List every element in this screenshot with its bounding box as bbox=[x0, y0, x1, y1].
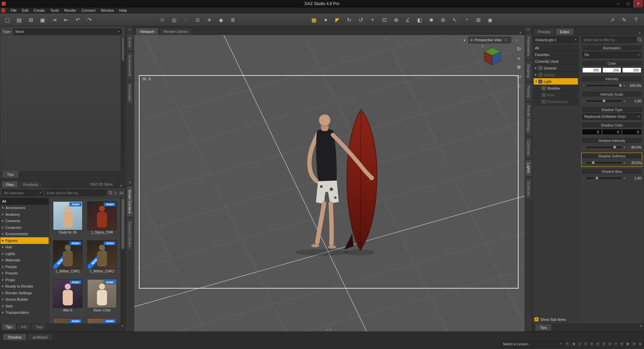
expand-arrow-icon[interactable] bbox=[2, 239, 5, 242]
create-node-icon[interactable]: ◎ bbox=[169, 15, 179, 24]
viewport-resize-hint[interactable]: ▴▾ bbox=[327, 328, 332, 331]
side-tab[interactable]: Lights bbox=[525, 160, 532, 177]
expand-arrow-icon[interactable] bbox=[2, 272, 5, 275]
light-group-row[interactable]: ▶ G Display bbox=[533, 71, 578, 78]
content-thumbnail[interactable]: Actor !Gabi for V5 bbox=[53, 201, 83, 235]
thumbnail-image[interactable]: Actor bbox=[87, 279, 117, 308]
orbit-tool-icon[interactable]: ↺ bbox=[356, 15, 366, 24]
light-group-row[interactable]: ▶ G General bbox=[533, 65, 578, 71]
content-thumbnail[interactable]: Actor Basic Child bbox=[87, 279, 117, 313]
light-select-dropdown[interactable]: DistantLight 1 bbox=[533, 37, 578, 43]
viewport-drawstyle-icon[interactable]: ▦ bbox=[309, 15, 319, 24]
lesson-prev-button[interactable]: ◀ bbox=[571, 342, 576, 346]
content-tab[interactable]: Products bbox=[19, 181, 42, 188]
create-null-icon[interactable]: ◌ bbox=[181, 15, 191, 24]
expand-arrow-icon[interactable] bbox=[2, 213, 5, 216]
property-search-input[interactable] bbox=[582, 37, 636, 43]
thumbnail-image[interactable]: Actor bbox=[53, 201, 83, 230]
pane-options-icon[interactable] bbox=[126, 28, 134, 32]
expand-arrow-icon[interactable] bbox=[2, 298, 5, 301]
viewport-canvas[interactable]: 16 : 9 ◑ ⊞ Perspective View y ↻+⊕▭⌂ ▴▾ bbox=[134, 35, 525, 332]
selection-dropdown[interactable]: No Selection bbox=[2, 190, 43, 196]
light-group-row[interactable]: Favorites bbox=[533, 51, 578, 58]
side-tab[interactable]: Surfaces bbox=[525, 178, 532, 199]
search-icon[interactable] bbox=[638, 38, 642, 42]
expand-arrow-icon[interactable] bbox=[2, 246, 5, 248]
bottom-tab[interactable]: aniMate2 bbox=[28, 334, 53, 341]
lesson-page-button[interactable]: 5 bbox=[601, 342, 606, 346]
expand-arrow-icon[interactable]: ▶ bbox=[535, 67, 538, 69]
color-g-field[interactable]: 255 bbox=[602, 67, 622, 73]
expand-arrow-icon[interactable] bbox=[2, 279, 5, 281]
content-tab[interactable]: Files bbox=[2, 181, 18, 188]
side-tab[interactable]: Smart Content bbox=[126, 186, 133, 217]
pane-options-icon[interactable] bbox=[637, 31, 642, 35]
content-thumbnail[interactable]: Actor NEW 1_Wither_CHR2 bbox=[87, 240, 117, 274]
lesson-menu-icon[interactable] bbox=[639, 342, 641, 346]
light-group-row[interactable]: All bbox=[533, 45, 578, 51]
scrollbar-thumb[interactable] bbox=[122, 37, 124, 61]
shaded-view-icon[interactable]: ● bbox=[321, 15, 330, 24]
close-button[interactable]: × bbox=[633, 0, 643, 7]
menu-item[interactable]: Tools bbox=[48, 7, 62, 13]
slider-increment[interactable] bbox=[623, 161, 626, 165]
universal-tool-icon[interactable]: ⊕ bbox=[391, 15, 401, 24]
shadow-bias-slider[interactable] bbox=[586, 178, 622, 179]
tips-button[interactable]: Tips bbox=[535, 324, 552, 331]
category-row[interactable]: Creatures bbox=[0, 224, 49, 231]
import-icon[interactable]: ⇥ bbox=[50, 15, 59, 24]
pane-options-icon[interactable] bbox=[518, 31, 523, 35]
shadow-intensity-slider[interactable] bbox=[586, 147, 622, 148]
menu-item[interactable]: Help bbox=[117, 7, 130, 13]
lights-tab[interactable]: Presets bbox=[534, 28, 555, 35]
slider-increment[interactable] bbox=[623, 145, 626, 149]
content-thumbnail[interactable]: Actor Aiko 6 bbox=[53, 279, 83, 313]
expand-arrow-icon[interactable] bbox=[2, 206, 5, 209]
side-tab[interactable]: Render Settings bbox=[525, 102, 532, 136]
content-bottom-tab[interactable]: Tips bbox=[2, 324, 16, 330]
create-camera-icon[interactable]: ⊙ bbox=[193, 15, 202, 24]
category-row[interactable]: Lights bbox=[0, 250, 49, 257]
measure-tool-icon[interactable]: ∠ bbox=[403, 15, 413, 24]
intensity-slider[interactable] bbox=[586, 85, 622, 86]
viewport-options-icon[interactable] bbox=[514, 38, 519, 42]
slider-decrement[interactable] bbox=[582, 161, 585, 165]
side-tab[interactable]: Parameters bbox=[525, 34, 532, 59]
figure-tool-icon[interactable]: ☻ bbox=[427, 15, 436, 24]
node-selection-tool-icon[interactable]: ◤ bbox=[333, 15, 342, 24]
side-tab[interactable]: Posing bbox=[525, 83, 532, 101]
content-thumbnail[interactable]: Actor bbox=[53, 318, 83, 323]
menu-item[interactable]: Connect bbox=[79, 7, 98, 13]
side-tab[interactable]: Content Library bbox=[126, 218, 133, 251]
content-thumbnail[interactable]: Actor 1_Ogora_CHR bbox=[87, 201, 117, 235]
bottom-tab[interactable]: Timeline bbox=[3, 334, 26, 341]
view-home-icon[interactable]: ⌂ bbox=[515, 82, 523, 89]
slider-handle[interactable] bbox=[592, 161, 595, 164]
content-search-input[interactable] bbox=[45, 190, 107, 196]
slider-handle[interactable] bbox=[595, 177, 598, 180]
menu-item[interactable]: Window bbox=[98, 7, 116, 13]
docs-icon[interactable]: ✎ bbox=[620, 15, 629, 24]
minimize-button[interactable]: – bbox=[613, 0, 623, 7]
slider-decrement[interactable] bbox=[582, 99, 585, 103]
side-tab[interactable]: Decimator bbox=[126, 81, 133, 105]
camera-view-dropdown[interactable]: ⊞ Perspective View bbox=[468, 37, 511, 43]
side-tab[interactable]: Environment bbox=[126, 52, 133, 80]
category-row[interactable]: Render-Settings bbox=[0, 290, 49, 296]
side-tab[interactable]: Scene bbox=[126, 34, 133, 51]
lesson-last-button[interactable]: ⇥ bbox=[632, 342, 636, 346]
view-frame-icon[interactable]: ▭ bbox=[515, 73, 523, 80]
lesson-page-button[interactable]: 3 bbox=[589, 342, 594, 346]
color-b-field[interactable]: 255 bbox=[622, 67, 641, 73]
lesson-page-button[interactable]: 6 bbox=[607, 342, 612, 346]
lesson-page-button[interactable]: 1 bbox=[577, 342, 582, 346]
menu-item[interactable]: Render bbox=[61, 7, 79, 13]
create-primitive-icon[interactable]: ◆ bbox=[216, 15, 226, 24]
new-camera-icon[interactable]: ⊞ bbox=[474, 15, 483, 24]
category-row[interactable]: Figures bbox=[0, 237, 49, 244]
menu-item[interactable]: Create bbox=[31, 7, 48, 13]
drawstyle-sphere-icon[interactable]: ◑ bbox=[463, 37, 465, 43]
save-scene-icon[interactable]: ▣ bbox=[38, 15, 47, 24]
thumbnail-image[interactable]: Actor bbox=[87, 201, 117, 230]
lesson-dropdown[interactable]: Select a Lesson... bbox=[501, 341, 564, 347]
